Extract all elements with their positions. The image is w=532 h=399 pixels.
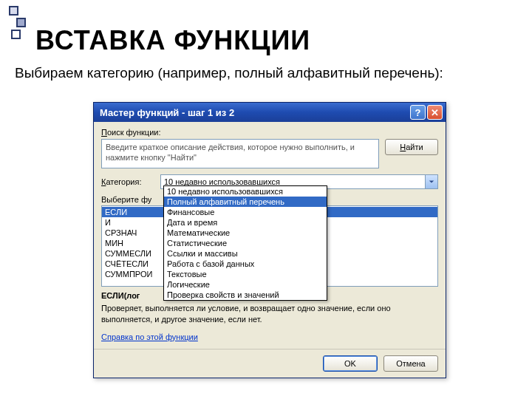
dropdown-option[interactable]: Текстовые (164, 269, 327, 279)
slide-title: ВСТАВКА ФУНКЦИИ (35, 25, 310, 56)
dropdown-option[interactable]: Работа с базой данных (164, 259, 327, 269)
cancel-button[interactable]: Отмена (383, 355, 438, 372)
help-button[interactable]: ? (410, 105, 426, 120)
dropdown-option[interactable]: Математические (164, 228, 327, 238)
chevron-down-icon[interactable] (425, 175, 437, 188)
dropdown-option[interactable]: Дата и время (164, 217, 327, 228)
dropdown-option[interactable]: Логические (164, 279, 327, 290)
category-dropdown[interactable]: 10 недавно использовавшихсяПолный алфави… (163, 185, 327, 301)
dialog-title: Мастер функций - шаг 1 из 2 (97, 107, 409, 118)
dropdown-option[interactable]: 10 недавно использовавшихся (164, 186, 327, 197)
close-button[interactable]: ✕ (427, 105, 443, 120)
dropdown-option[interactable]: Ссылки и массивы (164, 248, 327, 259)
dropdown-option[interactable]: Проверка свойств и значений (164, 290, 327, 300)
search-label: Поиск функции: (101, 128, 438, 137)
ok-button[interactable]: OK (323, 355, 378, 372)
slide-subtitle: Выбираем категорию (например, полный алф… (15, 65, 443, 81)
dropdown-option[interactable]: Финансовые (164, 207, 327, 217)
dialog-button-row: OK Отмена (94, 349, 446, 378)
dropdown-option[interactable]: Статистические (164, 238, 327, 248)
category-label: Категория: (101, 177, 156, 186)
dropdown-option[interactable]: Полный алфавитный перечень (164, 197, 327, 207)
find-button[interactable]: Найти (385, 139, 438, 155)
slide-bullet-deco (9, 6, 31, 41)
search-input[interactable]: Введите краткое описание действия, котор… (101, 139, 379, 168)
titlebar[interactable]: Мастер функций - шаг 1 из 2 ? ✕ (94, 103, 446, 122)
help-link[interactable]: Справка по этой функции (101, 332, 198, 341)
function-wizard-dialog: Мастер функций - шаг 1 из 2 ? ✕ Поиск фу… (93, 102, 446, 378)
function-description: Проверяет, выполняется ли условие, и воз… (101, 303, 438, 325)
